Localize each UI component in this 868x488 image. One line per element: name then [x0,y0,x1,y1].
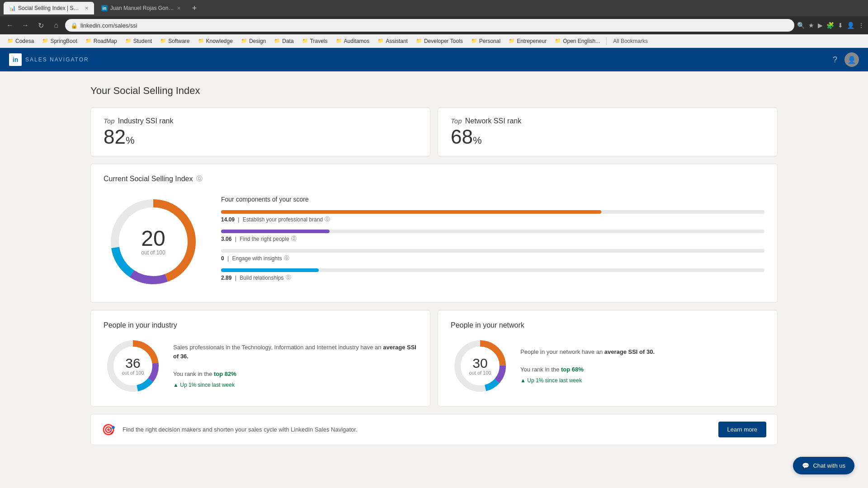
linkedin-icon: in [9,53,22,66]
new-tab-button[interactable]: + [188,2,201,14]
score-components: Four components of your score 14.09 | Es… [221,196,764,288]
bookmark-openenglish[interactable]: 📁 Open English... [551,37,604,45]
media-icon[interactable]: ▶ [818,22,823,29]
donut-center: 20 out of 100 [141,228,165,256]
learn-more-button[interactable]: Learn more [718,422,766,437]
people-industry-text: Sales professionals in the Technology, I… [173,343,417,389]
folder-icon: 📁 [274,38,280,44]
profile-icon[interactable]: 👤 [847,22,854,29]
folder-icon: 📁 [336,38,342,44]
tab-title-juan: Juan Manuel Rojas Gonz... [110,5,174,11]
bookmark-label: Personal [479,38,500,44]
chat-with-us-button[interactable]: 💬 Chat with us [793,457,854,460]
tab-close-juan[interactable]: ✕ [177,5,181,11]
tab-juan[interactable]: in Juan Manuel Rojas Gonz... ✕ [96,2,186,14]
network-since: Up 1% since last week [527,377,582,384]
bookmark-roadmap[interactable]: 📁 RoadMap [82,37,121,45]
folder-icon: 📁 [555,38,561,44]
forward-button[interactable]: → [19,19,32,32]
ext-icon[interactable]: 🧩 [826,22,834,29]
bookmark-knowledge[interactable]: 📁 Knowledge [194,37,236,45]
bookmark-codesa[interactable]: 📁 Codesa [4,37,38,45]
tab-close-ssi[interactable]: ✕ [85,5,89,11]
bookmark-student[interactable]: 📁 Student [122,37,156,45]
industry-donut-center: 36 out of 100 [122,357,144,375]
ssi-help-icon[interactable]: ⓪ [196,175,203,183]
network-rank-card: Top Network SSI rank 68% [438,108,778,156]
bookmark-travels[interactable]: 📁 Travels [298,37,331,45]
folder-icon: 📁 [160,38,166,44]
help-icon[interactable]: ? [833,55,837,65]
nav-title: SALES NAVIGATOR [25,56,89,63]
people-network-content: 30 out of 100 People in your network hav… [451,337,764,395]
ssi-card-title: Current Social Selling Index ⓪ [104,175,764,183]
bookmark-auditamos[interactable]: 📁 Auditamos [332,37,373,45]
score-item-insights: 0 | Engage with insights ⓪ [221,249,764,262]
score-value-people: 3.06 [221,236,231,242]
bookmark-label: Assistant [386,38,408,44]
bookmark-data[interactable]: 📁 Data [270,37,297,45]
network-rank-title: Network SSI rank [465,117,521,125]
all-bookmarks-button[interactable]: All Bookmarks [609,37,651,45]
folder-icon: 📁 [302,38,308,44]
people-network-text: People in your network have an average S… [520,347,655,385]
search-icon[interactable]: 🔍 [797,22,805,29]
score-label-relationships: 2.89 | Build relationships ⓪ [221,274,764,282]
people-industry-card: People in your industry 36 out of 100 [90,310,430,407]
industry-up-indicator: ▲ Up 1% since last week [173,381,417,389]
folder-icon: 📁 [241,38,247,44]
relationships-help-icon[interactable]: ⓪ [286,274,291,282]
brand-help-icon[interactable]: ⓪ [325,216,330,223]
score-bar-bg-brand [221,210,764,214]
home-button[interactable]: ⌂ [50,19,62,32]
refresh-button[interactable]: ↻ [34,19,47,32]
folder-icon: 📁 [198,38,204,44]
main-content: Your Social Selling Index Top Industry S… [0,71,868,460]
people-industry-content: 36 out of 100 Sales professionals in the… [104,337,417,395]
menu-icon[interactable]: ⋮ [858,22,864,29]
back-button[interactable]: ← [4,19,16,32]
browser-chrome: 📊 Social Selling Index | Sale... ✕ in Ju… [0,0,868,48]
ssi-score-label: out of 100 [141,249,165,256]
people-cards: People in your industry 36 out of 100 [90,310,778,407]
score-bar-bg-insights [221,249,764,253]
network-donut-center: 30 out of 100 [469,357,491,375]
score-bar-people [221,230,330,233]
bookmark-assistant[interactable]: 📁 Assistant [374,37,411,45]
bookmark-entrepeneur[interactable]: 📁 Entrepeneur [505,37,550,45]
address-bar-row: ← → ↻ ⌂ 🔒 linkedin.com/sales/ssi 🔍 ★ ▶ 🧩… [0,16,868,34]
network-rank-text: You rank in the [520,366,559,373]
page-title: Your Social Selling Index [90,85,778,97]
bookmark-label: Entrepeneur [517,38,547,44]
bookmark-label: Student [133,38,152,44]
insights-help-icon[interactable]: ⓪ [284,254,289,262]
score-bar-relationships [221,268,319,272]
network-rank-unit: % [473,135,482,146]
bookmark-label: Data [282,38,293,44]
bookmark-devtools[interactable]: 📁 Developer Tools [412,37,467,45]
industry-since: Up 1% since last week [180,382,235,388]
folder-icon: 📁 [416,38,422,44]
tab-ssi[interactable]: 📊 Social Selling Index | Sale... ✕ [4,2,94,14]
bookmark-personal[interactable]: 📁 Personal [467,37,504,45]
address-text: linkedin.com/sales/ssi [80,22,137,29]
user-avatar[interactable]: 👤 [844,52,859,67]
bookmark-springboot[interactable]: 📁 SpringBoot [38,37,80,45]
network-up-indicator: ▲ Up 1% since last week [520,376,655,385]
star-icon[interactable]: ★ [808,22,814,29]
bookmark-label: SpringBoot [50,38,77,44]
network-top-label: Top [451,117,462,125]
ln-logo: in SALES NAVIGATOR [9,53,89,66]
bookmark-software[interactable]: 📁 Software [156,37,193,45]
people-help-icon[interactable]: ⓪ [291,235,297,243]
bookmark-label: Open English... [563,38,600,44]
people-industry-donut: 36 out of 100 [104,337,162,395]
industry-rank-value: 82% [104,127,417,147]
address-bar[interactable]: 🔒 linkedin.com/sales/ssi [65,19,794,32]
network-rank-value: 68% [451,127,764,147]
download-icon[interactable]: ⬇ [838,22,843,29]
up-arrow-icon-2: ▲ [520,377,527,384]
industry-rank-title: Industry SSI rank [118,117,174,125]
score-desc-insights: Engage with insights [232,255,282,262]
bookmark-design[interactable]: 📁 Design [237,37,269,45]
